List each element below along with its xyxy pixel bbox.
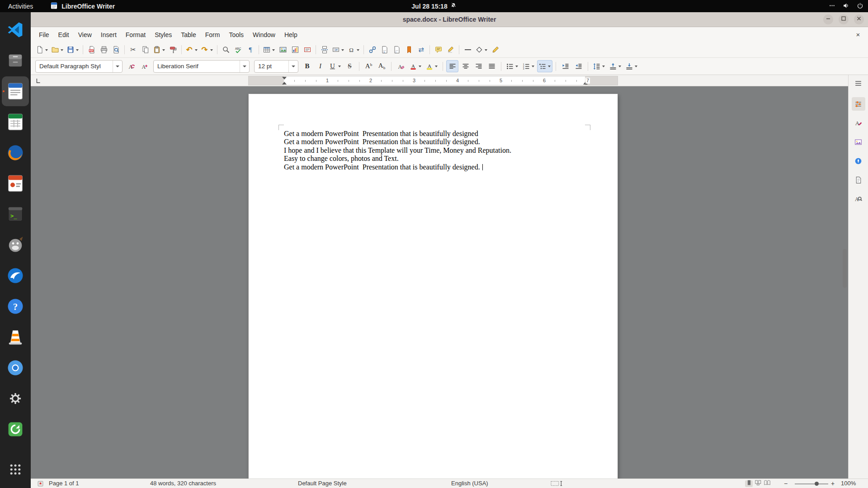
text-line[interactable]: Easy to change colors, photos and Text. [284, 155, 587, 163]
dock-item-vscode[interactable] [2, 15, 29, 45]
clone-formatting-button[interactable] [167, 44, 179, 56]
superscript-button[interactable]: Ab [363, 60, 375, 72]
unsaved-changes-icon[interactable] [37, 480, 44, 488]
save-dropdown-arrow-icon[interactable] [75, 44, 80, 56]
new-document-button[interactable] [34, 44, 50, 56]
menu-file[interactable]: File [34, 29, 54, 41]
dock-item-software-updater[interactable] [2, 414, 29, 444]
open-dropdown-arrow-icon[interactable] [60, 44, 64, 56]
underline-dropdown-arrow-icon[interactable] [337, 60, 342, 72]
sidebar-tab-gallery[interactable] [852, 135, 865, 149]
zoom-slider-knob[interactable] [815, 482, 819, 486]
page-number-status[interactable]: Page 1 of 1 [49, 479, 79, 488]
titlebar[interactable]: space.docx - LibreOffice Writer [31, 12, 868, 27]
dock-item-impress[interactable] [2, 169, 29, 198]
dock-item-terminal[interactable]: >_ [2, 199, 29, 229]
paragraph-style-dropdown-arrow[interactable] [113, 61, 122, 72]
paragraph-style-combobox[interactable]: Default Paragraph Styl [35, 60, 123, 73]
zoom-out-button[interactable]: − [784, 479, 788, 488]
activities-button[interactable]: Activities [4, 3, 38, 10]
insert-special-character-dropdown-arrow-icon[interactable] [356, 44, 360, 56]
insert-endnote-button[interactable]: i [391, 44, 403, 56]
insert-page-break-button[interactable] [318, 44, 330, 56]
insert-special-character-button[interactable]: Ω [346, 44, 361, 56]
draw-functions-button[interactable] [489, 44, 501, 56]
dock-item-chromium[interactable] [2, 353, 29, 383]
italic-button[interactable]: I [314, 60, 326, 72]
clear-formatting-button[interactable]: A [395, 60, 407, 72]
font-size-dropdown-arrow[interactable] [288, 61, 298, 72]
font-color-dropdown-arrow-icon[interactable] [418, 60, 422, 72]
paste-dropdown-arrow-icon[interactable] [161, 44, 166, 56]
print-button[interactable] [98, 44, 110, 56]
menu-format[interactable]: Format [121, 29, 150, 41]
font-name-dropdown-arrow[interactable] [240, 61, 249, 72]
dock-item-calc[interactable] [2, 107, 29, 137]
highlight-color-button[interactable]: A [424, 60, 439, 72]
view-book-button[interactable] [763, 480, 771, 487]
clock-menu[interactable]: Jul 28 15:18 [411, 2, 456, 10]
decrease-paragraph-spacing-button[interactable] [624, 60, 639, 72]
increase-indent-button[interactable] [559, 60, 571, 72]
document-page[interactable]: Get a modern PowerPoint Presentation tha… [249, 94, 618, 479]
sidebar-tab-page[interactable] [852, 173, 865, 187]
redo-button[interactable]: ↷ [199, 44, 215, 56]
decrease-indent-button[interactable] [572, 60, 585, 72]
menu-help[interactable]: Help [280, 29, 302, 41]
dock-item-files[interactable] [2, 46, 29, 75]
bold-button[interactable]: B [301, 60, 313, 72]
dock-item-gimp[interactable] [2, 230, 29, 260]
decrease-paragraph-spacing-dropdown-arrow-icon[interactable] [634, 60, 638, 72]
highlight-color-dropdown-arrow-icon[interactable] [434, 60, 439, 72]
insert-cross-reference-button[interactable]: ⇄ [415, 44, 427, 56]
formatting-marks-button[interactable]: ¶ [244, 44, 256, 56]
menu-styles[interactable]: Styles [150, 29, 176, 41]
minimize-button[interactable] [823, 14, 833, 24]
align-justify-button[interactable] [486, 60, 498, 72]
selection-mode-icon[interactable] [551, 480, 563, 488]
dock-item-firefox[interactable] [2, 138, 29, 168]
print-preview-button[interactable] [110, 44, 122, 56]
font-size-combobox[interactable]: 12 pt [254, 60, 298, 73]
menu-insert[interactable]: Insert [96, 29, 121, 41]
sidebar-tab-style-inspector[interactable]: A [852, 192, 865, 206]
insert-bookmark-button[interactable] [403, 44, 415, 56]
text-line[interactable]: Get a modern PowerPoint Presentation tha… [284, 130, 587, 138]
system-status-area[interactable] [829, 0, 863, 12]
language-status[interactable]: English (USA) [451, 479, 488, 488]
unordered-list-dropdown-arrow-icon[interactable] [514, 60, 519, 72]
horizontal-ruler[interactable]: 1234567 [249, 76, 618, 85]
menu-table[interactable]: Table [176, 29, 200, 41]
find-replace-button[interactable] [220, 44, 232, 56]
spelling-button[interactable]: ABC [232, 44, 244, 56]
strikethrough-button[interactable]: S [344, 60, 356, 72]
text-line[interactable]: I hope and I believe that this Template … [284, 146, 587, 155]
font-name-combobox[interactable]: Liberation Serif [153, 60, 250, 73]
insert-table-button[interactable] [261, 44, 277, 56]
basic-shapes-dropdown-arrow-icon[interactable] [484, 44, 488, 56]
dock-item-vlc[interactable] [2, 322, 29, 352]
font-color-button[interactable]: A [408, 60, 423, 72]
focused-app-menu[interactable]: LibreOffice Writer [50, 2, 115, 11]
sidebar-tab-sidebar-settings[interactable] [852, 76, 865, 90]
paste-button[interactable] [151, 44, 167, 56]
undo-button[interactable]: ↶ [184, 44, 199, 56]
insert-field-button[interactable]: 1# [330, 44, 346, 56]
close-document-button[interactable]: × [854, 31, 863, 38]
insert-field-dropdown-arrow-icon[interactable] [340, 44, 345, 56]
outline-list-button[interactable] [537, 60, 552, 72]
undo-dropdown-arrow-icon[interactable] [194, 44, 198, 56]
align-left-button[interactable] [446, 60, 458, 72]
dock-item-settings[interactable] [2, 384, 29, 413]
new-style-button[interactable]: A [138, 60, 151, 72]
align-right-button[interactable] [472, 60, 485, 72]
cut-button[interactable]: ✂ [127, 44, 139, 56]
dock-item-show-applications[interactable] [2, 455, 29, 484]
word-count-status[interactable]: 48 words, 320 characters [150, 479, 216, 488]
new-document-dropdown-arrow-icon[interactable] [44, 44, 49, 56]
page-style-status[interactable]: Default Page Style [298, 479, 347, 488]
tab-stop-selector[interactable] [34, 77, 42, 84]
save-button[interactable] [65, 44, 80, 56]
insert-hyperlink-button[interactable] [366, 44, 378, 56]
view-multi-page-button[interactable] [754, 480, 762, 487]
